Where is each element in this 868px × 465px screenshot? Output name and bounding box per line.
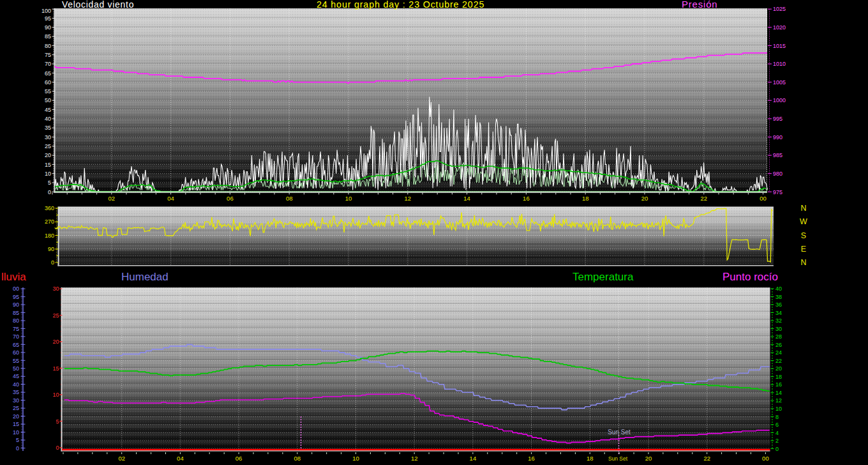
svg-text:2: 2 xyxy=(775,438,779,444)
svg-text:00: 00 xyxy=(760,195,767,202)
svg-text:N: N xyxy=(800,258,806,267)
svg-text:80: 80 xyxy=(13,317,19,324)
svg-text:0: 0 xyxy=(51,259,54,266)
svg-text:18: 18 xyxy=(582,195,589,202)
svg-text:35: 35 xyxy=(13,389,19,395)
svg-text:975: 975 xyxy=(773,189,782,195)
svg-text:15: 15 xyxy=(52,365,59,372)
svg-text:90: 90 xyxy=(13,301,19,308)
svg-text:30: 30 xyxy=(52,286,59,292)
svg-text:02: 02 xyxy=(118,455,125,462)
svg-text:6: 6 xyxy=(775,422,779,428)
svg-text:08: 08 xyxy=(286,195,293,202)
svg-text:5: 5 xyxy=(48,179,51,186)
svg-text:95: 95 xyxy=(45,15,51,22)
svg-text:75: 75 xyxy=(13,326,19,332)
svg-text:70: 70 xyxy=(45,61,51,67)
svg-text:10: 10 xyxy=(52,392,59,398)
svg-text:36: 36 xyxy=(775,301,782,308)
svg-text:35: 35 xyxy=(45,125,51,131)
svg-text:08: 08 xyxy=(294,455,301,462)
svg-text:25: 25 xyxy=(45,143,51,149)
svg-text:1015: 1015 xyxy=(773,43,786,49)
svg-text:1025: 1025 xyxy=(773,6,786,12)
svg-text:85: 85 xyxy=(45,33,51,40)
svg-text:02: 02 xyxy=(108,195,116,202)
svg-text:85: 85 xyxy=(13,310,19,316)
svg-text:22: 22 xyxy=(775,358,782,364)
svg-text:40: 40 xyxy=(775,286,782,292)
svg-text:980: 980 xyxy=(773,171,782,177)
svg-text:16: 16 xyxy=(775,381,782,388)
svg-text:S: S xyxy=(801,231,806,240)
svg-text:22: 22 xyxy=(701,195,708,202)
svg-text:360: 360 xyxy=(45,205,54,211)
svg-text:16: 16 xyxy=(523,195,530,202)
svg-text:30: 30 xyxy=(13,397,19,404)
svg-text:1005: 1005 xyxy=(773,79,786,86)
svg-text:990: 990 xyxy=(773,134,782,141)
svg-text:14: 14 xyxy=(463,195,470,202)
svg-text:32: 32 xyxy=(775,317,782,324)
svg-text:1010: 1010 xyxy=(773,61,786,67)
svg-text:75: 75 xyxy=(45,52,51,58)
svg-text:Temperatura: Temperatura xyxy=(572,271,634,283)
svg-text:15: 15 xyxy=(45,162,51,168)
svg-text:80: 80 xyxy=(45,43,51,49)
svg-text:25: 25 xyxy=(13,405,19,411)
svg-text:0: 0 xyxy=(48,189,51,195)
svg-text:90: 90 xyxy=(45,24,51,31)
svg-text:60: 60 xyxy=(13,349,19,356)
svg-text:10: 10 xyxy=(775,406,782,412)
svg-text:15: 15 xyxy=(13,421,19,427)
svg-text:30: 30 xyxy=(775,326,782,332)
svg-text:45: 45 xyxy=(45,107,51,113)
svg-text:180: 180 xyxy=(45,232,54,239)
svg-text:N: N xyxy=(800,204,806,213)
svg-text:12: 12 xyxy=(405,195,412,202)
svg-text:50: 50 xyxy=(45,97,51,103)
svg-text:14: 14 xyxy=(775,390,782,396)
svg-text:995: 995 xyxy=(773,116,782,122)
svg-text:30: 30 xyxy=(45,134,51,141)
svg-text:10: 10 xyxy=(13,429,19,436)
svg-text:Sun Set: Sun Set xyxy=(608,429,631,436)
svg-text:5: 5 xyxy=(16,437,19,443)
svg-text:270: 270 xyxy=(45,218,54,225)
svg-text:10: 10 xyxy=(352,455,359,462)
svg-text:18: 18 xyxy=(775,374,782,380)
svg-text:50: 50 xyxy=(13,365,19,372)
svg-text:28: 28 xyxy=(775,333,782,340)
svg-text:40: 40 xyxy=(45,116,51,122)
svg-text:06: 06 xyxy=(227,195,234,202)
svg-text:40: 40 xyxy=(13,381,19,388)
svg-text:0: 0 xyxy=(56,445,59,451)
svg-text:12: 12 xyxy=(775,397,782,404)
svg-text:10: 10 xyxy=(45,171,51,177)
svg-text:4: 4 xyxy=(775,430,779,436)
svg-text:55: 55 xyxy=(45,88,51,95)
svg-text:20: 20 xyxy=(775,365,782,372)
svg-text:00: 00 xyxy=(762,455,769,462)
svg-text:100: 100 xyxy=(41,8,51,14)
svg-text:70: 70 xyxy=(13,333,19,340)
svg-text:Humedad: Humedad xyxy=(121,271,168,283)
svg-text:24 hour graph day : 23 Octubre: 24 hour graph day : 23 Octubre 2025 xyxy=(317,0,484,10)
svg-text:0: 0 xyxy=(775,446,779,452)
svg-text:00: 00 xyxy=(13,286,19,292)
svg-text:04: 04 xyxy=(167,195,174,202)
svg-text:95: 95 xyxy=(13,294,19,300)
svg-text:985: 985 xyxy=(773,152,782,158)
svg-text:0: 0 xyxy=(16,445,19,452)
svg-text:1000: 1000 xyxy=(773,97,786,103)
svg-text:lluvia: lluvia xyxy=(1,271,26,283)
svg-text:38: 38 xyxy=(775,294,782,300)
svg-text:45: 45 xyxy=(13,373,19,379)
svg-text:25: 25 xyxy=(52,312,59,319)
svg-text:65: 65 xyxy=(45,70,51,77)
svg-text:26: 26 xyxy=(775,342,782,348)
svg-text:W: W xyxy=(800,217,807,226)
svg-text:Presión: Presión xyxy=(682,0,717,10)
svg-text:18: 18 xyxy=(587,455,594,462)
svg-text:10: 10 xyxy=(345,195,352,202)
